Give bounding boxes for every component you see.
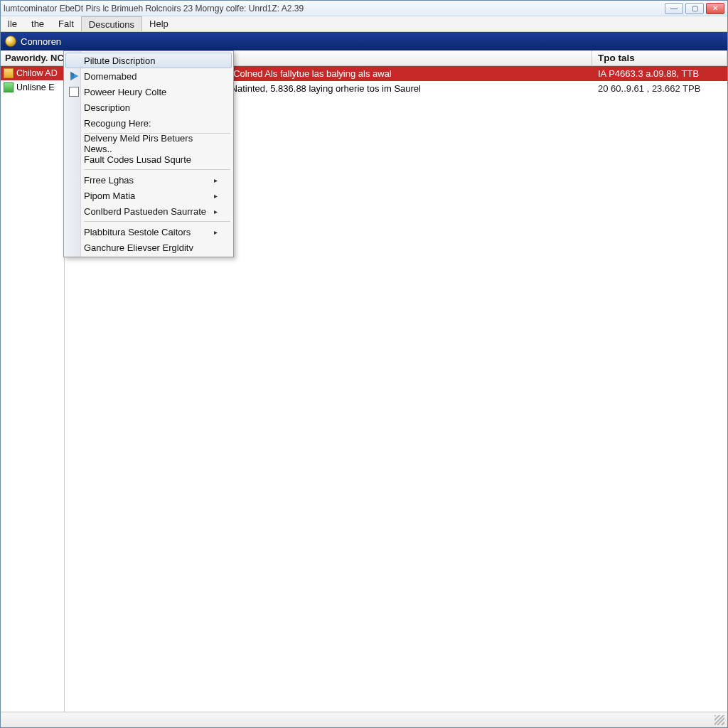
menu-item-label: Fault Codes Lusad Squrte: [84, 154, 191, 165]
menu-separator: [84, 169, 230, 170]
menu-descutions[interactable]: Descutions: [81, 16, 142, 31]
menu-item-label: Conlberd Pastueden Saurrate: [84, 206, 206, 217]
cell-totals: IA P4663.3 a.09.88, TTB: [592, 68, 727, 79]
dropdown-menu: Piltute Discription Domemabed Poweer Heu…: [63, 50, 234, 257]
box-icon: [69, 87, 79, 97]
left-panel-row[interactable]: Unlisne E: [1, 80, 64, 95]
submenu-arrow-icon: ▸: [214, 228, 218, 236]
banner: Connoren: [1, 32, 727, 50]
menu-item-label: Plabbitura Sestole Caitors: [84, 227, 191, 237]
menu-item-label: Recogung Here:: [84, 118, 151, 129]
play-icon: [69, 71, 79, 81]
menu-item-label: Domemabed: [84, 71, 136, 82]
menu-item-ganchure-elievser[interactable]: Ganchure Elievser Erglditv: [65, 240, 232, 255]
resize-grip-icon[interactable]: [714, 715, 724, 725]
menu-item-delveny-meld[interactable]: Delveny Meld Pirs Betuers News..: [65, 136, 232, 151]
menu-item-label: Description: [84, 102, 130, 113]
menu-item-label: Frree Lghas: [84, 175, 134, 186]
ok-icon: [4, 82, 14, 92]
menu-the[interactable]: the: [24, 16, 51, 31]
warning-icon: [4, 68, 14, 78]
left-row-label: Chilow AD: [16, 68, 58, 78]
close-button[interactable]: ✕: [706, 3, 724, 14]
minimize-button[interactable]: —: [665, 3, 683, 14]
maximize-button[interactable]: ▢: [685, 3, 704, 14]
statusbar: [1, 712, 727, 727]
menu-item-piltute-discription[interactable]: Piltute Discription: [65, 53, 232, 68]
menu-item-label: Poweer Heury Colte: [84, 87, 166, 97]
menu-item-conlberd-pastueden[interactable]: Conlberd Pastueden Saurrate ▸: [65, 203, 232, 219]
submenu-arrow-icon: ▸: [214, 208, 218, 215]
menubar: lle the Falt Descutions Help: [1, 16, 727, 32]
menu-item-domemabed[interactable]: Domemabed: [65, 68, 232, 84]
menu-item-fault-codes[interactable]: Fault Codes Lusad Squrte: [65, 151, 232, 167]
menu-falt[interactable]: Falt: [51, 16, 81, 31]
menu-item-pipom-matia[interactable]: Pipom Matia ▸: [65, 188, 232, 203]
col-header-totals[interactable]: Tpo tals: [592, 50, 727, 65]
menu-item-label: Piltute Discription: [84, 55, 155, 66]
content-area: Paworidy. NC Chilow AD Unlisne E Descrip…: [1, 50, 727, 712]
globe-icon: [5, 36, 16, 47]
menu-item-poweer-heury-colte[interactable]: Poweer Heury Colte: [65, 84, 232, 100]
window-buttons: — ▢ ✕: [665, 3, 724, 14]
submenu-arrow-icon: ▸: [214, 192, 218, 200]
menu-help[interactable]: Help: [142, 16, 176, 31]
cell-totals: 20 60..9.61 , 23.662 TPB: [592, 83, 727, 94]
menu-item-label: Pipom Matia: [84, 191, 135, 201]
left-panel: Paworidy. NC Chilow AD Unlisne E: [1, 50, 65, 712]
banner-label: Connoren: [21, 36, 61, 47]
menu-item-plabbitura-sestole[interactable]: Plabbitura Sestole Caitors ▸: [65, 224, 232, 240]
left-panel-row[interactable]: Chilow AD: [1, 66, 64, 80]
menu-separator: [84, 221, 230, 222]
menu-item-frree-lghas[interactable]: Frree Lghas ▸: [65, 172, 232, 188]
menu-file[interactable]: lle: [1, 16, 24, 31]
menu-item-description[interactable]: Description: [65, 100, 232, 115]
menu-item-label: Ganchure Elievser Erglditv: [84, 242, 193, 253]
window-title: lumtcominator EbeDt Pirs lc Brimueh Rolc…: [4, 4, 665, 14]
left-panel-header: Paworidy. NC: [1, 50, 64, 66]
app-window: lumtcominator EbeDt Pirs lc Brimueh Rolc…: [0, 0, 728, 728]
menu-item-recogung-here[interactable]: Recogung Here:: [65, 115, 232, 131]
left-row-label: Unlisne E: [16, 82, 55, 92]
titlebar: lumtcominator EbeDt Pirs lc Brimueh Rolc…: [1, 1, 727, 16]
submenu-arrow-icon: ▸: [214, 176, 218, 184]
